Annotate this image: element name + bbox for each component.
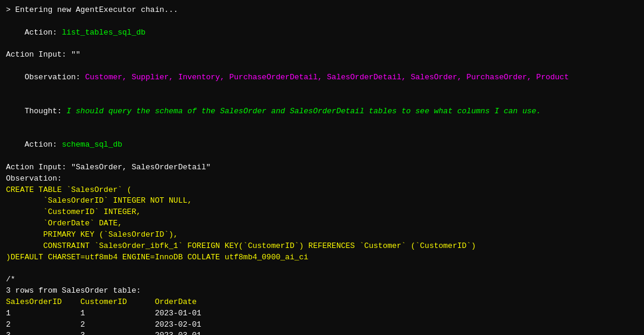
action2-line: Action: schema_sql_db bbox=[6, 128, 638, 162]
observation2-line: Observation: bbox=[6, 173, 638, 185]
col-customerid-line: `CustomerID` INTEGER, bbox=[6, 207, 638, 218]
col-salesorderid-line: `SalesOrderID` INTEGER NOT NULL, bbox=[6, 196, 638, 207]
action-input1-line: Action Input: "" bbox=[6, 49, 638, 61]
pk-salesorder-line: PRIMARY KEY (`SalesOrderID`), bbox=[6, 229, 638, 241]
headers-salesorder-line: SalesOrderID CustomerID OrderDate bbox=[6, 297, 638, 308]
action1-line: Action: list_tables_sql_db bbox=[6, 16, 638, 50]
entering-chain-line: > Entering new AgentExecutor chain... bbox=[6, 5, 638, 16]
row-so-3-line: 3 3 2023-03-01 bbox=[6, 330, 638, 335]
default-salesorder-line: )DEFAULT CHARSET=utf8mb4 ENGINE=InnoDB C… bbox=[6, 252, 638, 263]
rows-salesorder-label-line: 3 rows from SalesOrder table: bbox=[6, 286, 638, 297]
comment-start1-line: /* bbox=[6, 274, 638, 286]
thought1-line: Thought: I should query the schema of th… bbox=[6, 95, 638, 129]
row-so-1-line: 1 1 2023-01-01 bbox=[6, 308, 638, 320]
observation1-line: Observation: Customer, Supplier, Invento… bbox=[6, 61, 638, 95]
blank1 bbox=[6, 263, 638, 274]
action-input2-line: Action Input: "SalesOrder, SalesOrderDet… bbox=[6, 162, 638, 173]
create-salesorder-line: CREATE TABLE `SalesOrder` ( bbox=[6, 185, 638, 196]
fk-salesorder-line: CONSTRAINT `SalesOrder_ibfk_1` FOREIGN K… bbox=[6, 241, 638, 252]
col-orderdate-line: `OrderDate` DATE, bbox=[6, 218, 638, 229]
row-so-2-line: 2 2 2023-02-01 bbox=[6, 320, 638, 331]
terminal-window: > Entering new AgentExecutor chain... Ac… bbox=[0, 0, 644, 335]
